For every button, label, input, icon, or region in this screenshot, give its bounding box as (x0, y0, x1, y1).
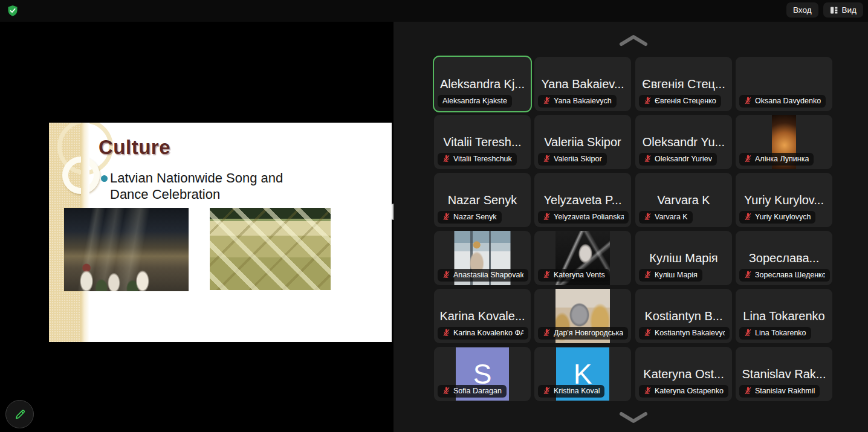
participant-display-name: Aleksandra Kj... (434, 77, 531, 91)
participant-name-badge: Kristina Koval (538, 385, 604, 398)
participant-name-label: Aleksandra Kjakste (442, 97, 507, 105)
participant-name-badge: Varvara K (639, 211, 693, 224)
participant-name-badge: Yelyzaveta Polianska (538, 211, 629, 224)
participant-name-badge: Aleksandra Kjakste (438, 95, 512, 108)
participant-tile[interactable]: Stanislav Rak...Stanislav Rakhmil (736, 347, 832, 401)
participants-gallery-panel: Aleksandra Kj...Aleksandra KjaksteYana B… (394, 22, 868, 432)
muted-mic-icon (744, 97, 752, 105)
presentation-slide: Culture Latvian Nationwide Song and Danc… (49, 123, 392, 342)
security-shield-icon[interactable] (7, 5, 19, 17)
gallery-scroll-down-chevron[interactable] (616, 410, 651, 425)
view-label: Вид (842, 5, 857, 15)
participant-tile[interactable]: Алінка Лупинка (736, 115, 832, 169)
participant-display-name: Valeriia Skipor (534, 135, 631, 149)
participant-tile[interactable]: Зореслава...Зореслава Шеденко (736, 231, 832, 285)
gallery-view-icon (830, 6, 838, 15)
slide-title: Culture (99, 136, 170, 159)
participant-name-badge: Дар'я Новгородська (538, 327, 628, 340)
participant-tile[interactable]: Vitalii Teresh...Vitalii Tereshchuk (434, 115, 531, 169)
participant-tile[interactable]: Varvara KVarvara K (635, 173, 732, 227)
participant-tile[interactable]: Yana Bakaiev...Yana Bakaievych (534, 57, 631, 111)
participant-tile[interactable]: Yuriy Kurylov...Yuriy Kurylovych (736, 173, 832, 227)
participant-display-name: Karina Kovale... (434, 309, 531, 323)
participant-name-badge: Stanislav Rakhmil (739, 385, 820, 398)
muted-mic-icon (644, 97, 652, 105)
participant-display-name: Varvara K (635, 193, 732, 207)
muted-mic-icon (543, 329, 551, 337)
participant-name-badge: Karina Kovalenko ФА... (438, 327, 528, 340)
muted-mic-icon (744, 329, 752, 337)
participant-name-label: Nazar Senyk (453, 213, 497, 221)
participant-tile[interactable]: Yelyzaveta P...Yelyzaveta Polianska (534, 173, 631, 227)
muted-mic-icon (543, 213, 551, 221)
participant-display-name: Yuriy Kurylov... (736, 193, 832, 207)
participant-name-badge: Євгенія Стеценко (639, 95, 721, 108)
participant-name-label: Зореслава Шеденко (755, 271, 825, 279)
participant-name-label: Varvara K (655, 213, 688, 221)
shared-screen-area: Culture Latvian Nationwide Song and Danc… (0, 22, 394, 432)
participant-display-name: Lina Tokarenko (736, 309, 832, 323)
top-bar: Вход Вид (0, 0, 868, 22)
participant-name-badge: Anastasiia Shapovalo... (438, 269, 528, 282)
muted-mic-icon (644, 387, 652, 395)
pencil-icon (13, 408, 27, 421)
muted-mic-icon (744, 387, 752, 395)
participant-tile[interactable]: Oleksandr Yu...Oleksandr Yuriev (635, 115, 732, 169)
participant-name-badge: Kateryna Ostapenko (639, 385, 728, 398)
participant-tile[interactable]: KKristina Koval (534, 347, 631, 401)
participant-name-badge: Nazar Senyk (438, 211, 502, 224)
participant-name-label: Kateryna Vents (554, 271, 605, 279)
participant-name-badge: Sofia Daragan (438, 385, 507, 398)
participant-tile[interactable]: Oksana Davydenko (736, 57, 832, 111)
participant-name-badge: Oleksandr Yuriev (639, 153, 717, 166)
participant-tile[interactable]: Kostiantyn B...Kostiantyn Bakaievych (635, 289, 732, 343)
participant-name-label: Куліш Марія (655, 271, 698, 279)
view-button[interactable]: Вид (823, 2, 863, 18)
participant-name-label: Дар'я Новгородська (554, 329, 623, 337)
participant-tile[interactable]: SSofia Daragan (434, 347, 531, 401)
muted-mic-icon (744, 271, 752, 279)
participant-display-name: Yana Bakaiev... (534, 77, 631, 91)
participant-name-badge: Kateryna Vents (538, 269, 610, 282)
sign-in-button[interactable]: Вход (786, 2, 818, 18)
participant-display-name: Stanislav Rak... (736, 367, 832, 381)
participant-tile[interactable]: Aleksandra Kj...Aleksandra Kjakste (434, 57, 531, 111)
participant-name-badge: Алінка Лупинка (739, 153, 814, 166)
slide-photo-choir (64, 208, 189, 291)
participant-tile[interactable]: Anastasiia Shapovalo... (434, 231, 531, 285)
participant-tile[interactable]: Lina TokarenkoLina Tokarenko (736, 289, 832, 343)
participant-tile[interactable]: Куліш МаріяКуліш Марія (635, 231, 732, 285)
participant-tile[interactable]: Євгенія Стец...Євгенія Стеценко (635, 57, 732, 111)
participant-name-label: Vitalii Tereshchuk (453, 155, 512, 163)
participant-display-name: Nazar Senyk (434, 193, 531, 207)
gallery-scroll-up-chevron[interactable] (616, 33, 651, 48)
participant-name-label: Kateryna Ostapenko (655, 387, 724, 395)
slide-photo-dance-formation (210, 208, 331, 290)
participant-name-badge: Vitalii Tereshchuk (438, 153, 517, 166)
slide-bullet-row: Latvian Nationwide Song and Dance Celebr… (101, 170, 319, 202)
participant-name-badge: Lina Tokarenko (739, 327, 811, 340)
sign-in-label: Вход (793, 5, 812, 15)
annotate-button[interactable] (5, 400, 34, 428)
participant-tile[interactable]: Valeriia SkiporValeriia Skipor (534, 115, 631, 169)
participant-display-name: Vitalii Teresh... (434, 135, 531, 149)
muted-mic-icon (442, 387, 450, 395)
participant-name-label: Yelyzaveta Polianska (554, 213, 624, 221)
participant-tile[interactable]: Karina Kovale...Karina Kovalenko ФА... (434, 289, 531, 343)
participant-name-label: Kostiantyn Bakaievych (655, 329, 725, 337)
participant-name-badge: Yana Bakaievych (538, 95, 617, 108)
participant-tile[interactable]: Kateryna Vents (534, 231, 631, 285)
participant-tile[interactable]: Дар'я Новгородська (534, 289, 631, 343)
muted-mic-icon (644, 155, 652, 163)
participant-name-label: Stanislav Rakhmil (755, 387, 815, 395)
participant-display-name: Куліш Марія (635, 251, 732, 265)
muted-mic-icon (442, 213, 450, 221)
participant-name-label: Lina Tokarenko (755, 329, 806, 337)
participant-tile[interactable]: Nazar SenykNazar Senyk (434, 173, 531, 227)
participant-tile[interactable]: Kateryna Ost...Kateryna Ostapenko (635, 347, 732, 401)
muted-mic-icon (442, 155, 450, 163)
participant-name-badge: Kostiantyn Bakaievych (639, 327, 730, 340)
participant-name-badge: Oksana Davydenko (739, 95, 826, 108)
participant-display-name: Yelyzaveta P... (534, 193, 631, 207)
muted-mic-icon (442, 271, 450, 279)
